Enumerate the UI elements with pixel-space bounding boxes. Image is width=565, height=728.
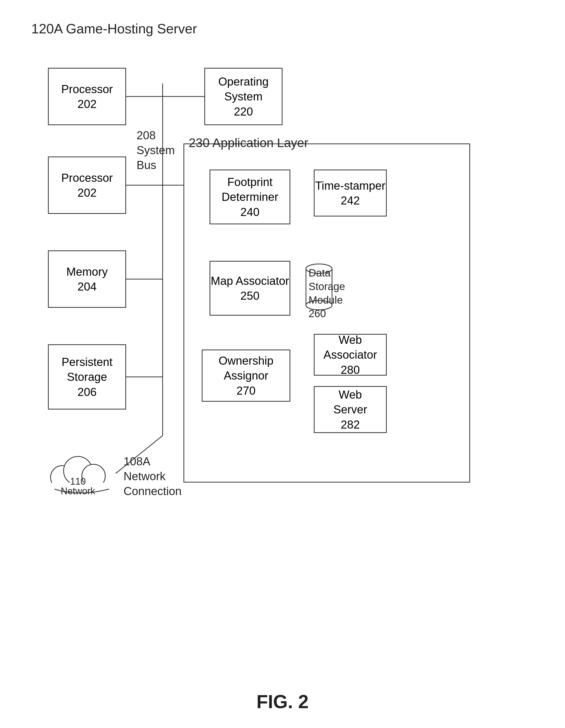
memory-label: Memory204: [66, 264, 108, 294]
footprint-determiner-box: FootprintDeterminer240: [210, 170, 290, 224]
map-associator-box: Map Associator250: [210, 261, 290, 316]
footprint-label: FootprintDeterminer240: [222, 175, 278, 219]
netconn-label: 108ANetworkConnection: [124, 454, 182, 499]
fig-caption: FIG. 2: [257, 691, 308, 712]
processor2-label: Processor202: [61, 170, 113, 200]
ownershipassignor-label: OwnershipAssignor270: [219, 353, 274, 398]
page-title: 120A Game-Hosting Server: [31, 21, 534, 37]
os-box: OperatingSystem220: [204, 68, 282, 125]
timestamper-label: Time-stamper242: [315, 178, 385, 208]
processor1-box: Processor202: [48, 68, 126, 125]
os-label: OperatingSystem220: [218, 74, 269, 119]
svg-text:Network: Network: [61, 486, 95, 496]
webserver-label: WebServer282: [333, 387, 367, 432]
svg-text:110: 110: [70, 476, 86, 487]
web-associator-box: WebAssociator280: [314, 334, 387, 376]
persistent-label: PersistentStorage206: [62, 354, 113, 399]
ownership-assignor-box: OwnershipAssignor270: [202, 350, 290, 402]
sysbus-label: 208SystemBus: [137, 128, 175, 173]
diagram-area: Processor202 Processor202 Memory204 Pers…: [48, 57, 517, 605]
timestamper-box: Time-stamper242: [314, 170, 387, 216]
applayer-label: 230 Application Layer: [189, 136, 308, 150]
network-cloud: 110 Network: [48, 446, 116, 501]
webassociator-label: WebAssociator280: [323, 332, 377, 377]
web-server-box: WebServer282: [314, 386, 387, 433]
processor2-box: Processor202: [48, 157, 126, 214]
processor1-label: Processor202: [61, 82, 113, 111]
datastorage-label: DataStorageModule260: [308, 266, 345, 320]
mapassociator-label: Map Associator250: [211, 273, 289, 303]
memory-box: Memory204: [48, 250, 126, 308]
persistent-storage-box: PersistentStorage206: [48, 344, 126, 410]
page: 120A Game-Hosting Server: [0, 0, 565, 728]
